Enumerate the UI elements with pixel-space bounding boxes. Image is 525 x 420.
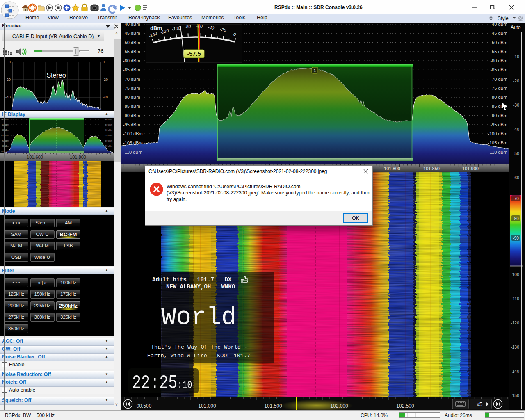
svg-text:-80: -80: [513, 217, 519, 221]
svg-text:101.850: 101.850: [423, 166, 440, 171]
svg-text:-40: -40: [513, 127, 519, 132]
svg-text:-60 dBm: -60 dBm: [105, 129, 112, 131]
svg-text:101.800: 101.800: [384, 166, 400, 171]
svg-text:-105 dBm: -105 dBm: [123, 140, 143, 145]
svg-text:-140: -140: [511, 369, 519, 374]
svg-text:0: 0: [103, 60, 105, 64]
svg-text:101.500: 101.500: [264, 403, 282, 409]
svg-text:00.500: 00.500: [137, 403, 152, 409]
svg-text:-100: -100: [511, 272, 519, 277]
svg-text:Auto: Auto: [511, 25, 521, 30]
svg-text:-75 dBm: -75 dBm: [490, 86, 507, 91]
svg-text:-110 dBm: -110 dBm: [488, 150, 507, 155]
svg-text:-30: -30: [513, 103, 519, 107]
svg-text:101.900: 101.900: [462, 166, 479, 171]
svg-text:-60 dBm: -60 dBm: [490, 58, 507, 63]
svg-text:-75 dBm: -75 dBm: [123, 86, 140, 91]
svg-text:-50 dBm: -50 dBm: [123, 40, 140, 45]
svg-text:-100 dBm: -100 dBm: [488, 131, 507, 136]
svg-text:-80: -80: [185, 24, 191, 29]
svg-text:0: 0: [9, 60, 11, 64]
svg-text:-65 dBm: -65 dBm: [490, 67, 507, 72]
svg-text:-80 dBm: -80 dBm: [105, 139, 112, 142]
svg-text:-70: -70: [513, 196, 519, 201]
svg-text:-105 dBm: -105 dBm: [488, 140, 507, 145]
svg-text:-50: -50: [513, 151, 519, 156]
svg-text:x5: x5: [477, 401, 482, 407]
svg-text:102.500: 102.500: [396, 403, 414, 409]
svg-text:-40: -40: [208, 25, 215, 30]
svg-text:101.600: 101.600: [27, 155, 43, 160]
svg-text:-65 dBm: -65 dBm: [123, 67, 140, 72]
svg-text:-85 dBm: -85 dBm: [123, 104, 140, 109]
svg-text:-90 dBm: -90 dBm: [123, 113, 140, 118]
svg-text:-40: -40: [5, 95, 11, 99]
svg-text:-90 dBm: -90 dBm: [105, 145, 112, 147]
svg-text:-70 dBm: -70 dBm: [123, 77, 140, 82]
svg-text:-110: -110: [511, 296, 519, 301]
svg-text:-60 dBm: -60 dBm: [1, 129, 9, 131]
svg-text:Stereo: Stereo: [46, 72, 66, 79]
svg-text:Style: Style: [498, 16, 509, 21]
svg-text:101.800: 101.800: [70, 155, 86, 160]
svg-text:101.000: 101.000: [198, 403, 216, 409]
svg-text:-55 dBm: -55 dBm: [490, 49, 507, 54]
svg-text:-20: -20: [5, 78, 11, 82]
svg-text:-90 dBm: -90 dBm: [1, 145, 9, 147]
svg-text:-95 dBm: -95 dBm: [123, 122, 140, 127]
svg-text:-150: -150: [511, 393, 519, 398]
svg-text:-80 dBm: -80 dBm: [1, 139, 9, 142]
svg-text:-45 dBm: -45 dBm: [490, 31, 507, 36]
svg-text:-40: -40: [103, 95, 108, 99]
svg-text:102.000: 102.000: [330, 403, 348, 409]
svg-text:-90 dBm: -90 dBm: [490, 113, 507, 118]
svg-text:-70 dBm: -70 dBm: [1, 134, 9, 137]
svg-text:-20: -20: [513, 78, 519, 83]
svg-text:-40 dBm: -40 dBm: [105, 118, 112, 121]
svg-text:-50 dBm: -50 dBm: [1, 123, 9, 126]
svg-text:-40 dBm: -40 dBm: [123, 23, 140, 27]
svg-text:-40 dBm: -40 dBm: [1, 118, 9, 121]
svg-text:-20: -20: [103, 78, 108, 82]
svg-text:-55 dBm: -55 dBm: [123, 49, 140, 54]
svg-text:-70 dBm: -70 dBm: [490, 77, 507, 82]
svg-text:-95 dBm: -95 dBm: [490, 122, 507, 127]
svg-text:-130: -130: [511, 345, 519, 349]
svg-text:-60: -60: [513, 175, 519, 180]
svg-text:-100 dBm: -100 dBm: [123, 131, 143, 136]
svg-text:-110 dBm: -110 dBm: [123, 150, 142, 155]
svg-text:-10: -10: [513, 54, 519, 59]
svg-text:-60 dBm: -60 dBm: [123, 58, 140, 63]
svg-text:-120: -120: [511, 320, 519, 325]
svg-text:-50 dBm: -50 dBm: [490, 40, 507, 45]
svg-text:-90: -90: [513, 236, 519, 240]
svg-text:-70 dBm: -70 dBm: [105, 134, 112, 137]
svg-text:-80 dBm: -80 dBm: [123, 95, 140, 100]
svg-text:-57.5: -57.5: [187, 50, 201, 57]
svg-text:-50 dBm: -50 dBm: [105, 123, 112, 126]
svg-text:-80 dBm: -80 dBm: [490, 95, 507, 100]
svg-text:-40 dBm: -40 dBm: [490, 23, 507, 27]
svg-text:-45 dBm: -45 dBm: [123, 31, 140, 36]
svg-text:1: 1: [314, 68, 316, 73]
